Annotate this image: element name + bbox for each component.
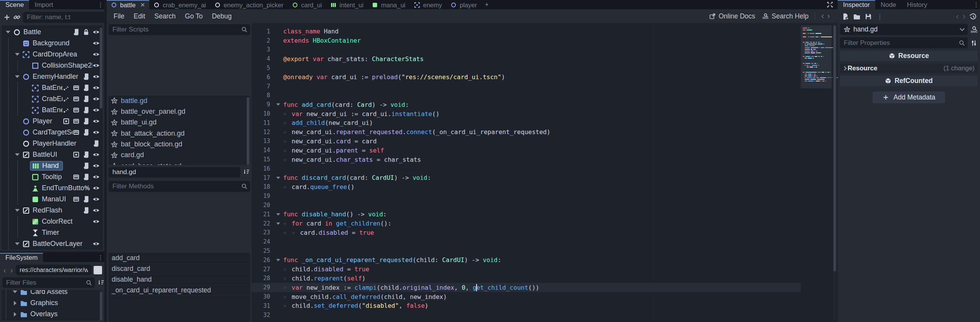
filter-properties-input[interactable]	[840, 37, 968, 48]
scene-node-row[interactable]: BattleUI	[2, 149, 103, 160]
method-list[interactable]: add_carddiscard_carddisable_hand_on_card…	[109, 253, 250, 322]
tab-inspector[interactable]: Inspector	[838, 0, 875, 9]
tab-node[interactable]: Node	[875, 0, 902, 9]
tree-arrow-icon[interactable]	[11, 301, 19, 305]
scene-tree[interactable]: BattleBackgroundCardDropAreaCollisionSha…	[2, 25, 103, 250]
script-tab-intent-ui[interactable]: intent_ui	[326, 0, 368, 9]
fold-arrow-icon[interactable]	[273, 259, 283, 261]
tree-arrow-icon[interactable]	[11, 312, 19, 317]
script-tab-enemy[interactable]: enemy	[410, 0, 447, 9]
scene-node-row[interactable]: ManaUI	[2, 194, 103, 205]
script-icon[interactable]	[82, 118, 90, 125]
method-list-item[interactable]: discard_card	[109, 264, 250, 274]
scene-node-row[interactable]: BattleOverPanel	[2, 249, 103, 250]
script-icon[interactable]	[82, 84, 90, 91]
scene-node-row[interactable]: CardTargetSelec...	[2, 127, 103, 138]
script-list-item[interactable]: bat_attack_action.gd	[109, 128, 250, 139]
scene-node-row[interactable]: CrabEnemy	[2, 93, 103, 105]
method-list-item[interactable]: add_card	[109, 253, 250, 264]
scene-node-row[interactable]: PlayerHandler	[2, 138, 103, 149]
tree-arrow-icon[interactable]	[13, 242, 21, 245]
script-icon[interactable]	[82, 106, 90, 114]
method-list-item[interactable]: _on_card_ui_reparent_requested	[109, 285, 250, 296]
tab-filesystem[interactable]: FileSystem	[0, 253, 43, 262]
script-list-item[interactable]: battle.gd	[109, 96, 250, 106]
script-list-item[interactable]: card.gd	[109, 150, 250, 161]
scene-filter-input[interactable]	[23, 12, 115, 23]
eye-icon[interactable]	[92, 184, 100, 192]
search-help-button[interactable]: Search Help	[772, 12, 808, 20]
script-tab-mana-ui[interactable]: mana_ui	[368, 0, 409, 9]
inspector-forward-icon[interactable]: ›	[963, 12, 965, 21]
filter-scripts-input[interactable]	[109, 24, 250, 35]
script-icon[interactable]	[73, 28, 80, 36]
resource-picker[interactable]: hand.gd	[840, 24, 968, 35]
script-list[interactable]: battle.gdbattle_over_panel.gdbattle_ui.g…	[109, 96, 250, 165]
fold-arrow-icon[interactable]	[273, 103, 283, 106]
tree-arrow-icon[interactable]	[11, 290, 19, 293]
property-tools-icon[interactable]	[970, 39, 978, 47]
eye-icon[interactable]	[92, 162, 100, 169]
filesystem-item[interactable]: Card Assets	[2, 290, 103, 297]
nav-back-icon[interactable]: ‹	[2, 266, 7, 274]
script-icon[interactable]	[82, 207, 90, 214]
filesystem-menu-dots-icon[interactable]: ⋮	[97, 254, 104, 261]
script-tab-crab-enemy-ai[interactable]: crab_enemy_ai	[149, 0, 210, 9]
eye-icon[interactable]	[92, 73, 100, 80]
tab-import[interactable]: Import	[29, 0, 58, 9]
script-list-item[interactable]: card_base_state.gd	[109, 161, 250, 165]
fold-arrow-icon[interactable]	[273, 177, 283, 179]
code-minimap[interactable]	[801, 25, 832, 88]
scene-node-row[interactable]: RedFlash	[2, 205, 103, 216]
lock-icon[interactable]	[82, 28, 90, 36]
tree-arrow-icon[interactable]	[13, 75, 21, 78]
eye-icon[interactable]	[92, 129, 100, 136]
script-name-field[interactable]	[109, 167, 240, 178]
eye-icon[interactable]	[92, 173, 100, 181]
history-back-icon[interactable]: ‹	[821, 12, 824, 20]
scene-node-row[interactable]: BatEnemy	[2, 82, 103, 93]
instance-scene-link-icon[interactable]	[13, 13, 21, 21]
scene-node-row[interactable]: Timer	[2, 227, 103, 238]
scene-node-row[interactable]: Player	[2, 116, 103, 127]
add-node-icon[interactable]	[3, 13, 11, 21]
script-icon[interactable]	[82, 129, 90, 136]
tree-arrow-icon[interactable]	[4, 31, 12, 33]
eye-icon[interactable]	[92, 106, 100, 114]
tree-arrow-icon[interactable]	[13, 153, 21, 156]
method-list-item[interactable]: disable_hand	[109, 274, 250, 285]
load-resource-icon[interactable]	[853, 13, 861, 20]
scene-node-row[interactable]: Battle	[2, 27, 103, 38]
nav-forward-icon[interactable]: ›	[9, 266, 14, 274]
eye-icon[interactable]	[92, 40, 100, 47]
fold-arrow-icon[interactable]	[273, 213, 283, 216]
script-tab-enemy-action-picker[interactable]: enemy_action_picker	[210, 0, 288, 9]
sort-files-icon[interactable]	[97, 279, 105, 287]
menu-file[interactable]: File	[109, 11, 129, 22]
scene-node-row[interactable]: CollisionShape2D	[2, 60, 103, 71]
eye-icon[interactable]	[92, 118, 100, 125]
resource-section-header[interactable]: Resource	[840, 51, 978, 61]
eye-icon[interactable]	[92, 207, 100, 214]
eye-icon[interactable]	[92, 28, 100, 36]
inspector-back-icon[interactable]: ‹	[956, 12, 959, 21]
history-icon[interactable]	[969, 13, 977, 20]
script-icon[interactable]	[82, 95, 90, 103]
eye-icon[interactable]	[92, 51, 100, 58]
new-script-button[interactable]: +	[481, 0, 492, 9]
eye-icon[interactable]	[92, 218, 100, 225]
scene-node-row[interactable]: EnemyHandler	[2, 71, 103, 82]
eye-icon[interactable]	[92, 95, 100, 103]
close-icon[interactable]: ✕	[140, 2, 145, 8]
menu-edit[interactable]: Edit	[129, 11, 150, 22]
eye-icon[interactable]	[92, 151, 100, 158]
script-tab-player[interactable]: player	[446, 0, 481, 9]
script-icon[interactable]	[82, 196, 90, 203]
script-icon[interactable]	[92, 140, 100, 147]
scene-node-row[interactable]: BattleOverLayer	[2, 238, 103, 249]
script-icon[interactable]	[82, 162, 90, 169]
script-icon[interactable]	[82, 151, 90, 158]
inspector-extra-dots-icon[interactable]: ⋮	[876, 13, 884, 20]
online-docs-button[interactable]: Online Docs	[719, 12, 755, 20]
eye-icon[interactable]	[92, 196, 100, 203]
